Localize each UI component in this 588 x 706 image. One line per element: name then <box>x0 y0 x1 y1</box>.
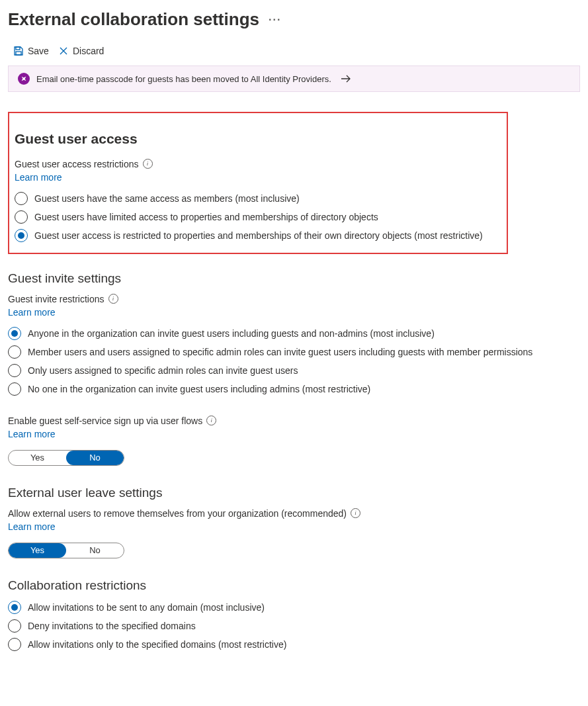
radio-label: Deny invitations to the specified domain… <box>28 621 196 631</box>
info-icon[interactable]: i <box>143 159 153 169</box>
guest-access-heading: Guest user access <box>15 131 501 147</box>
radio-icon <box>8 364 21 377</box>
radio-label: Allow invitations only to the specified … <box>28 639 286 650</box>
guest-access-option-0[interactable]: Guest users have the same access as memb… <box>15 192 501 205</box>
collab-option-1[interactable]: Deny invitations to the specified domain… <box>8 619 580 633</box>
guest-access-option-2[interactable]: Guest user access is restricted to prope… <box>15 229 501 242</box>
radio-icon <box>8 638 21 651</box>
radio-icon <box>8 619 21 633</box>
more-menu-button[interactable]: ··· <box>269 14 281 26</box>
guest-invite-option-3[interactable]: No one in the organization can invite gu… <box>8 382 580 396</box>
collab-restrictions-heading: Collaboration restrictions <box>8 578 580 593</box>
save-label: Save <box>28 46 49 56</box>
save-icon <box>13 46 24 56</box>
collab-restrictions-radio-group: Allow invitations to be sent to any doma… <box>8 601 580 651</box>
toggle-yes[interactable]: Yes <box>9 543 66 558</box>
info-icon[interactable]: i <box>108 294 118 304</box>
radio-icon <box>8 382 21 396</box>
collab-option-2[interactable]: Allow invitations only to the specified … <box>8 638 580 651</box>
radio-label: Anyone in the organization can invite gu… <box>28 328 435 339</box>
guest-access-subtitle: Guest user access restrictions <box>15 159 139 169</box>
discard-button[interactable]: Discard <box>58 46 104 56</box>
self-service-subtitle: Enable guest self-service sign up via us… <box>8 416 202 426</box>
guest-access-radio-group: Guest users have the same access as memb… <box>15 192 501 242</box>
svg-rect-0 <box>16 47 20 50</box>
page-title: External collaboration settings ··· <box>8 9 580 30</box>
external-leave-heading: External user leave settings <box>8 486 580 500</box>
collab-option-0[interactable]: Allow invitations to be sent to any doma… <box>8 601 580 614</box>
info-icon[interactable]: i <box>351 508 360 518</box>
toggle-yes[interactable]: Yes <box>9 451 66 465</box>
info-icon[interactable]: i <box>206 416 216 425</box>
svg-rect-1 <box>16 52 21 55</box>
guest-invite-option-0[interactable]: Anyone in the organization can invite gu… <box>8 327 580 340</box>
guest-invite-section: Guest invite settings Guest invite restr… <box>8 271 580 396</box>
info-banner: Email one-time passcode for guests has b… <box>8 66 580 92</box>
radio-label: Guest users have limited access to prope… <box>34 212 378 222</box>
external-leave-subtitle: Allow external users to remove themselve… <box>8 508 347 519</box>
radio-label: Allow invitations to be sent to any doma… <box>28 602 265 613</box>
guest-invite-heading: Guest invite settings <box>8 271 580 286</box>
toggle-no[interactable]: No <box>66 543 124 558</box>
compass-icon <box>18 73 30 85</box>
self-service-toggle[interactable]: Yes No <box>8 450 124 466</box>
radio-icon <box>8 345 21 359</box>
external-leave-section: External user leave settings Allow exter… <box>8 486 580 558</box>
radio-label: No one in the organization can invite gu… <box>28 384 370 394</box>
discard-label: Discard <box>73 46 104 56</box>
radio-icon <box>15 210 28 224</box>
external-leave-learn-more-link[interactable]: Learn more <box>8 521 56 532</box>
guest-invite-learn-more-link[interactable]: Learn more <box>8 307 56 318</box>
guest-invite-option-2[interactable]: Only users assigned to specific admin ro… <box>8 364 580 377</box>
banner-link-arrow[interactable] <box>341 74 351 83</box>
close-icon <box>58 46 69 56</box>
save-button[interactable]: Save <box>13 46 49 56</box>
external-leave-toggle[interactable]: Yes No <box>8 543 124 558</box>
banner-text: Email one-time passcode for guests has b… <box>36 74 331 84</box>
radio-label: Guest users have the same access as memb… <box>34 193 300 204</box>
radio-label: Only users assigned to specific admin ro… <box>28 365 298 376</box>
page-title-text: External collaboration settings <box>8 9 259 30</box>
guest-user-access-section: Guest user access Guest user access rest… <box>8 112 508 254</box>
self-service-section: Enable guest self-service sign up via us… <box>8 416 580 466</box>
radio-label: Guest user access is restricted to prope… <box>34 230 483 241</box>
radio-icon <box>8 601 21 614</box>
command-bar: Save Discard <box>8 46 580 66</box>
guest-invite-radio-group: Anyone in the organization can invite gu… <box>8 327 580 396</box>
guest-invite-subtitle: Guest invite restrictions <box>8 294 105 304</box>
radio-icon <box>15 229 28 242</box>
guest-access-option-1[interactable]: Guest users have limited access to prope… <box>15 210 501 224</box>
guest-invite-option-1[interactable]: Member users and users assigned to speci… <box>8 345 580 359</box>
radio-label: Member users and users assigned to speci… <box>28 347 532 357</box>
toggle-no[interactable]: No <box>66 451 124 465</box>
radio-icon <box>15 192 28 205</box>
self-service-learn-more-link[interactable]: Learn more <box>8 429 56 439</box>
guest-access-learn-more-link[interactable]: Learn more <box>15 172 62 183</box>
collab-restrictions-section: Collaboration restrictions Allow invitat… <box>8 578 580 651</box>
radio-icon <box>8 327 21 340</box>
